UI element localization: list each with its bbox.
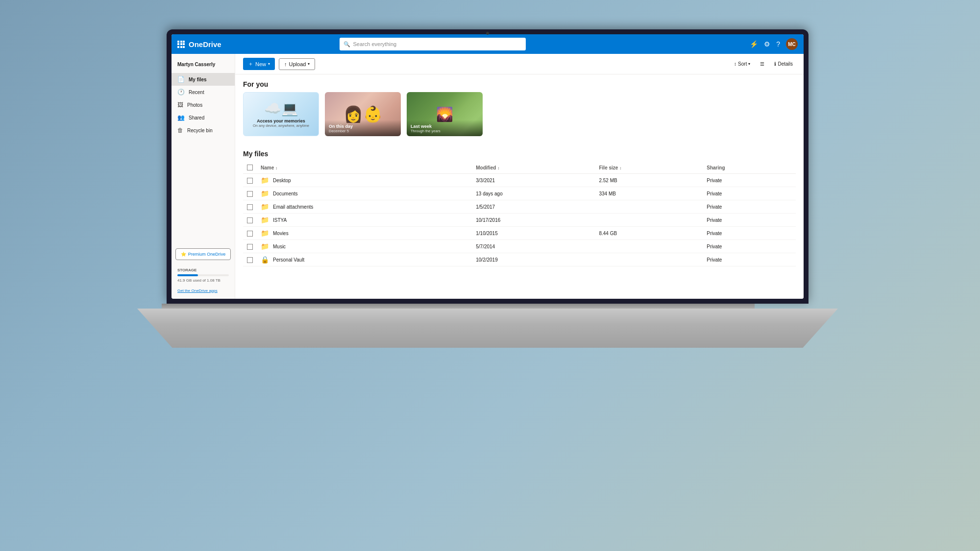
row-checkbox[interactable] [243, 253, 257, 266]
sidebar-item-photos[interactable]: 🖼 Photos [172, 98, 235, 111]
file-name: Documents [273, 191, 298, 196]
photos-icon: 🖼 [177, 101, 183, 108]
brand-name: OneDrive [189, 40, 221, 48]
sidebar-item-recent[interactable]: 🕐 Recent [172, 86, 235, 98]
recycle-bin-icon: 🗑 [177, 127, 183, 134]
details-button[interactable]: ℹ Details [771, 60, 796, 68]
row-name[interactable]: 📁 Email attachments [257, 200, 472, 214]
toolbar-right: ↕ Sort ▾ ☰ ℹ Details [731, 60, 796, 68]
row-sharing: Private [703, 174, 796, 187]
sort-icon: ↕ [734, 61, 736, 67]
row-sharing: Private [703, 227, 796, 240]
col-filesize[interactable]: File size ↕ [595, 162, 703, 174]
on-this-day-label: On this day [329, 124, 397, 129]
access-memories-title: Access your memories [257, 119, 305, 123]
row-sharing: Private [703, 200, 796, 214]
storage-section: STORAGE 41.9 GB used of 1.08 TB [172, 264, 235, 287]
row-checkbox[interactable] [243, 227, 257, 240]
last-week-label: Last week [411, 124, 479, 129]
row-size: 334 MB [595, 187, 703, 200]
sidebar-item-shared[interactable]: 👥 Shared [172, 111, 235, 124]
col-name[interactable]: Name ↕ [257, 162, 472, 174]
on-this-day-card[interactable]: 👩‍👶 On this day December 5 [325, 92, 401, 136]
storage-bar-background [177, 274, 229, 276]
laptop-base [137, 309, 838, 348]
row-size [595, 253, 703, 266]
row-checkbox[interactable] [243, 174, 257, 187]
table-row[interactable]: 📁 ISTYA 10/17/2016 Private [243, 214, 796, 227]
table-row[interactable]: 📁 Email attachments 1/5/2017 Private [243, 200, 796, 214]
files-icon: 📄 [177, 76, 185, 83]
settings-icon[interactable]: ⚙ [764, 40, 770, 48]
row-size: 8.44 GB [595, 227, 703, 240]
files-section: Name ↕ Modified ↕ File size [235, 162, 804, 266]
search-input[interactable]: Search everything [353, 41, 522, 47]
table-header-row: Name ↕ Modified ↕ File size [243, 162, 796, 174]
access-memories-card[interactable]: ☁️💻 Access your memories On any device, … [243, 92, 319, 136]
row-modified: 13 days ago [472, 187, 595, 200]
sidebar: Martyn Casserly 📄 My files 🕐 Recent 🖼 Ph… [172, 54, 235, 299]
file-type-icon: 📁 [261, 242, 269, 250]
storage-bar-fill [177, 274, 198, 276]
row-checkbox[interactable] [243, 187, 257, 200]
waffle-icon[interactable] [177, 41, 185, 48]
search-bar[interactable]: 🔍 Search everything [340, 38, 526, 50]
row-modified: 10/2/2019 [472, 253, 595, 266]
help-icon[interactable]: ? [776, 40, 780, 48]
webcam [486, 32, 489, 35]
sort-button[interactable]: ↕ Sort ▾ [731, 60, 753, 68]
row-name[interactable]: 📁 Movies [257, 227, 472, 240]
laptop: OneDrive 🔍 Search everything ⚡ ⚙ ? MC Ma… [137, 29, 843, 431]
sidebar-item-my-files[interactable]: 📄 My files [172, 73, 235, 86]
checkbox-icon[interactable] [247, 165, 253, 170]
file-name: Movies [273, 231, 289, 236]
table-row[interactable]: 📁 Movies 1/10/2015 8.44 GB Private [243, 227, 796, 240]
table-row[interactable]: 📁 Documents 13 days ago 334 MB Private [243, 187, 796, 200]
top-bar: OneDrive 🔍 Search everything ⚡ ⚙ ? MC [172, 34, 804, 54]
last-week-sublabel: Through the years [411, 129, 479, 133]
table-row[interactable]: 🔒 Personal Vault 10/2/2019 Private [243, 253, 796, 266]
row-name[interactable]: 🔒 Personal Vault [257, 253, 472, 266]
avatar[interactable]: MC [786, 38, 798, 50]
premium-onedrive-button[interactable]: ⭐ Premium OneDrive [175, 248, 231, 260]
for-you-title: For you [235, 74, 804, 92]
recent-icon: 🕐 [177, 89, 185, 96]
user-name: Martyn Casserly [172, 58, 235, 73]
last-week-card[interactable]: 🌄 Last week Through the years [407, 92, 483, 136]
cards-row: ☁️💻 Access your memories On any device, … [243, 92, 796, 136]
file-type-icon: 🔒 [261, 256, 269, 264]
row-name[interactable]: 📁 Desktop [257, 174, 472, 187]
plus-icon: ＋ [248, 60, 253, 68]
file-name: Desktop [273, 178, 291, 183]
row-modified: 1/5/2017 [472, 200, 595, 214]
lightning-icon[interactable]: ⚡ [750, 40, 758, 48]
row-checkbox[interactable] [243, 214, 257, 227]
row-checkbox[interactable] [243, 200, 257, 214]
col-modified[interactable]: Modified ↕ [472, 162, 595, 174]
row-size [595, 214, 703, 227]
file-type-icon: 📁 [261, 176, 269, 184]
row-name[interactable]: 📁 Documents [257, 187, 472, 200]
search-icon: 🔍 [343, 41, 350, 48]
upload-button[interactable]: ↑ Upload ▾ [279, 58, 315, 70]
storage-label: STORAGE [177, 268, 229, 272]
view-button[interactable]: ☰ [757, 60, 767, 68]
row-size [595, 240, 703, 253]
get-apps-link[interactable]: Get the OneDrive apps [172, 287, 235, 295]
row-name[interactable]: 📁 Music [257, 240, 472, 253]
file-type-icon: 📁 [261, 190, 269, 197]
row-name[interactable]: 📁 ISTYA [257, 214, 472, 227]
col-sharing: Sharing [703, 162, 796, 174]
row-modified: 1/10/2015 [472, 227, 595, 240]
table-row[interactable]: 📁 Desktop 3/3/2021 2.52 MB Private [243, 174, 796, 187]
on-this-day-overlay: On this day December 5 [325, 120, 401, 136]
row-sharing: Private [703, 240, 796, 253]
content-area: ＋ New ▾ ↑ Upload ▾ ↕ Sort [235, 54, 804, 299]
filesize-sort-icon: ↕ [619, 166, 621, 170]
top-bar-right: ⚡ ⚙ ? MC [750, 38, 798, 50]
table-row[interactable]: 📁 Music 5/7/2014 Private [243, 240, 796, 253]
new-button[interactable]: ＋ New ▾ [243, 58, 275, 70]
sort-chevron-icon: ▾ [748, 62, 750, 66]
row-checkbox[interactable] [243, 240, 257, 253]
sidebar-item-recycle-bin[interactable]: 🗑 Recycle bin [172, 124, 235, 137]
